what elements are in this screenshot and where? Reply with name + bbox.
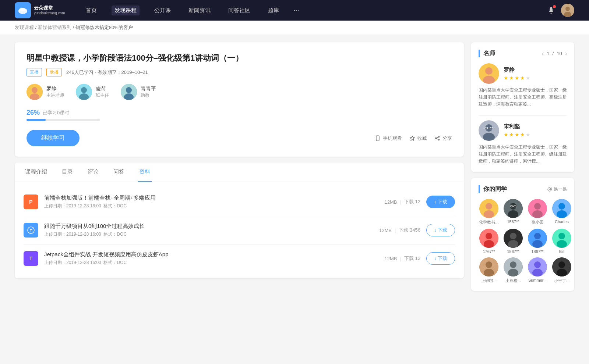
tab-comments[interactable]: 评论 bbox=[86, 163, 100, 182]
course-card: 明星中教授课，小学阶段语法100分–强化级第1讲动词（一） 直播 录播 246人… bbox=[15, 42, 464, 157]
teacher-panel-img-luojing bbox=[479, 63, 499, 84]
student-avatar-7[interactable] bbox=[552, 229, 571, 248]
teacher-panel-row-songlijian: 宋利坚 ★★★★★ bbox=[479, 120, 567, 141]
progress-percent: 26% bbox=[27, 109, 40, 117]
teacher-panel-img-songlijian bbox=[479, 120, 499, 141]
svg-point-66 bbox=[508, 269, 518, 276]
tab-qa[interactable]: 问答 bbox=[112, 163, 126, 182]
student-name-11: 小平丁... bbox=[551, 278, 572, 283]
teachers-next-button[interactable]: › bbox=[565, 51, 567, 57]
student-avatar-0[interactable] bbox=[479, 199, 498, 218]
badge-record: 录播 bbox=[46, 68, 62, 76]
student-avatar-11[interactable] bbox=[552, 257, 571, 276]
progress-bar bbox=[27, 119, 100, 121]
tab-catalog[interactable]: 目录 bbox=[60, 163, 74, 182]
teachers-panel-title: 名师 bbox=[479, 50, 495, 57]
student-avatar-10[interactable] bbox=[528, 257, 547, 276]
student-avatar-5[interactable] bbox=[504, 229, 523, 248]
student-avatar-img-10 bbox=[528, 257, 547, 276]
students-panel: 你的同学 换一换 化学教书. bbox=[471, 178, 574, 291]
download-button-2[interactable]: ↓ 下载 bbox=[426, 224, 455, 236]
course-stats: 246人已学习 · 有效期至：2019–10–21 bbox=[66, 69, 148, 76]
nav-news[interactable]: 新闻资讯 bbox=[186, 6, 214, 15]
student-name-6: 1867** bbox=[527, 249, 548, 254]
teacher-name-qingqingp: 青青平 bbox=[141, 86, 156, 92]
download-button-3[interactable]: ↓ 下载 bbox=[426, 252, 455, 265]
teacher-entry-songlijian: 宋利坚 ★★★★★ 国内某重点大学安全工程专业硕士，国家一级注册消防工程师、注册… bbox=[479, 120, 567, 165]
nav-open[interactable]: 公开课 bbox=[151, 6, 174, 15]
user-avatar[interactable] bbox=[561, 4, 574, 17]
student-name-3: Charles bbox=[551, 220, 572, 224]
notification-bell[interactable] bbox=[547, 6, 555, 15]
star-icon bbox=[409, 135, 415, 141]
nav-quiz[interactable]: 题库 bbox=[265, 6, 282, 15]
svg-point-50 bbox=[486, 233, 492, 239]
svg-point-5 bbox=[565, 7, 570, 11]
nav-home[interactable]: 首页 bbox=[83, 6, 100, 15]
breadcrumb-link-discover[interactable]: 发现课程 bbox=[15, 25, 34, 30]
student-avatar-8[interactable] bbox=[479, 257, 498, 276]
student-avatar-6[interactable] bbox=[528, 229, 547, 248]
student-avatar-3[interactable] bbox=[552, 199, 571, 218]
svg-point-63 bbox=[484, 269, 494, 276]
svg-point-69 bbox=[532, 269, 543, 276]
nav-discover[interactable]: 发现课程 bbox=[112, 6, 140, 15]
file-icon-img-2 bbox=[27, 226, 35, 234]
student-8: 上班啦... bbox=[479, 257, 499, 283]
students-grid: 化学教书... 1567** 张 bbox=[479, 199, 567, 283]
progress-section: 26% 已学习0课时 bbox=[27, 109, 452, 121]
breadcrumb-link-series[interactable]: 新媒体营销系列 bbox=[38, 25, 71, 30]
teacher-panel-namearea-songlijian: 宋利坚 ★★★★★ bbox=[504, 123, 530, 138]
nav-qa[interactable]: 问答社区 bbox=[225, 6, 253, 15]
teacher-info-qingqingp: 青青平 助教 bbox=[141, 86, 156, 99]
file-icon-1: P bbox=[24, 195, 38, 209]
students-panel-title: 你的同学 bbox=[479, 185, 507, 193]
student-avatar-img-0 bbox=[479, 199, 498, 218]
share-button[interactable]: 分享 bbox=[434, 135, 452, 142]
file-name-3: Jetpack全组件实战 开发短视频应用高仿皮皮虾App bbox=[44, 251, 378, 258]
students-panel-header: 你的同学 换一换 bbox=[479, 185, 567, 193]
teacher-avatar-qingqingp bbox=[121, 84, 137, 100]
download-button-1[interactable]: ↓ 下载 bbox=[426, 196, 455, 208]
tab-intro[interactable]: 课程介绍 bbox=[24, 163, 49, 182]
continue-learning-button[interactable]: 继续学习 bbox=[27, 130, 80, 146]
refresh-students-button[interactable]: 换一换 bbox=[547, 186, 567, 192]
svg-point-51 bbox=[484, 240, 494, 248]
nav-more[interactable]: ··· bbox=[294, 7, 299, 14]
teacher-info-luojing: 罗静 主讲老师 bbox=[46, 86, 64, 99]
collect-button[interactable]: 收藏 bbox=[409, 135, 427, 142]
tab-materials[interactable]: 资料 bbox=[138, 163, 152, 182]
logo[interactable]: 云朵课堂 yundouketang.com bbox=[15, 2, 65, 18]
student-avatar-2[interactable] bbox=[528, 199, 547, 218]
main-layout: 明星中教授课，小学阶段语法100分–强化级第1讲动词（一） 直播 录播 246人… bbox=[0, 35, 589, 298]
teacher-entry-luojing: 罗静 ★★★★★ 国内某重点大学安全工程专业硕士，国家一级注册消防工程师、注册安… bbox=[479, 63, 567, 108]
divider-1 bbox=[479, 115, 567, 116]
svg-point-2 bbox=[20, 8, 23, 10]
svg-point-8 bbox=[32, 87, 38, 93]
progress-fill bbox=[27, 119, 46, 121]
student-avatar-img-5 bbox=[504, 229, 523, 248]
student-3: Charles bbox=[551, 199, 572, 225]
mobile-watch-button[interactable]: 手机观看 bbox=[375, 135, 402, 142]
share-icon bbox=[434, 135, 440, 141]
student-name-7: Bill bbox=[551, 249, 572, 254]
file-item-1: P 前端全栈加强版！前端全栈+全周期+多端应用 上传日期：2019-12-28 … bbox=[24, 188, 455, 216]
student-avatar-img-7 bbox=[552, 229, 571, 248]
teachers-panel-header: 名师 ‹ 1 / 10 › bbox=[479, 50, 567, 57]
student-avatar-9[interactable] bbox=[504, 257, 523, 276]
svg-point-65 bbox=[510, 261, 516, 268]
student-avatar-img-11 bbox=[552, 257, 571, 276]
svg-point-21 bbox=[435, 138, 437, 139]
course-title: 明星中教授课，小学阶段语法100分–强化级第1讲动词（一） bbox=[27, 53, 452, 64]
student-avatar-4[interactable] bbox=[479, 229, 498, 248]
teacher-panel-avatar-luojing bbox=[479, 63, 499, 84]
svg-point-60 bbox=[557, 240, 567, 248]
student-1: 1567** bbox=[503, 199, 523, 225]
avatar-image bbox=[561, 4, 574, 17]
teachers-prev-button[interactable]: ‹ bbox=[542, 51, 544, 57]
student-avatar-1[interactable] bbox=[504, 199, 523, 218]
teachers-total: 10 bbox=[557, 51, 562, 56]
right-panel: 名师 ‹ 1 / 10 › bbox=[471, 42, 574, 291]
student-name-10: Summer... bbox=[527, 278, 548, 282]
file-info-3: Jetpack全组件实战 开发短视频应用高仿皮皮虾App 上传日期：2019-1… bbox=[44, 251, 378, 266]
